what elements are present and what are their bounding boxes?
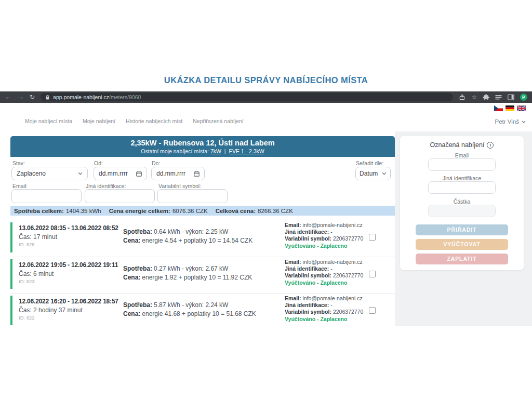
nav-item-historie[interactable]: Historie nabíjecích míst bbox=[126, 118, 182, 124]
flag-english-icon[interactable] bbox=[517, 105, 526, 111]
session-checkbox[interactable] bbox=[369, 271, 376, 277]
chevron-down-icon bbox=[382, 172, 387, 175]
session-checkbox[interactable] bbox=[369, 234, 376, 241]
share-icon[interactable] bbox=[459, 94, 466, 101]
status-bar-accent bbox=[10, 259, 12, 289]
session-duration: Čas: 2 hodiny 37 minut bbox=[19, 307, 83, 314]
date-to-input[interactable]: dd.mm.rrrr bbox=[151, 167, 205, 180]
slide-title: UKÁZKA DETAILU SPRÁVY NABÍJECÍHO MÍSTA bbox=[0, 75, 532, 85]
session-price: Cena:energie 1.92 + poplatky 10 = 11.92 … bbox=[123, 273, 252, 282]
address-bar[interactable]: app.pomale-nabijeni.cz/meters/9060 bbox=[41, 93, 453, 101]
session-status: Vyúčtováno - Zaplaceno bbox=[285, 316, 363, 323]
summary-consumption: Spotřeba celkem:1404.35 kWh bbox=[14, 208, 101, 214]
nav-item-neprirazena[interactable]: Nepřiřazená nabíjení bbox=[193, 118, 243, 124]
pay-button[interactable]: ZAPLATIT bbox=[416, 254, 508, 264]
flag-czech-icon[interactable] bbox=[494, 105, 503, 111]
other-meter-link-2[interactable]: FVE 1 - 2.3kW bbox=[229, 148, 264, 154]
session-id: ID: 622 bbox=[19, 315, 35, 321]
back-icon[interactable]: ← bbox=[5, 91, 11, 103]
panel-title: Označená nabíjení i bbox=[400, 141, 524, 149]
email-filter-input[interactable] bbox=[11, 189, 82, 203]
link-separator: | bbox=[224, 148, 226, 154]
other-meter-link-1[interactable]: 7kW bbox=[210, 148, 221, 154]
bookmark-star-icon[interactable]: ☆ bbox=[471, 91, 477, 103]
reading-list-icon[interactable] bbox=[495, 94, 502, 100]
app-navbar: Moje nabíjecí místa Moje nabíjení Histor… bbox=[0, 103, 532, 132]
calendar-icon[interactable] bbox=[136, 171, 142, 177]
status-bar-accent bbox=[10, 296, 12, 325]
other-id-filter-label: Jiná identifikace: bbox=[86, 183, 126, 189]
session-period: 13.06.2022 08:35 - 13.06.2022 08:52 bbox=[19, 224, 118, 232]
session-consumption: Spotřeba:5.87 kWh - výkon: 2.24 kW bbox=[123, 301, 256, 310]
session-vs: Variabilní symbol:2206372770 bbox=[285, 309, 363, 315]
sort-select[interactable]: Datum bbox=[355, 167, 391, 180]
session-period: 12.06.2022 19:05 - 12.06.2022 19:11 bbox=[19, 261, 118, 269]
sort-select-value: Datum bbox=[360, 170, 378, 177]
session-metrics: Spotřeba:0.64 kWh - výkon: 2.25 kW Cena:… bbox=[123, 228, 252, 245]
flag-german-icon[interactable] bbox=[506, 105, 514, 111]
email-filter-label: Email: bbox=[12, 183, 28, 189]
sort-label: Seřadit dle: bbox=[356, 160, 383, 166]
marked-sessions-panel: Označená nabíjení i Email Jiná identifik… bbox=[400, 136, 524, 270]
lock-icon bbox=[45, 95, 50, 100]
nav-item-moje-nabijeni[interactable]: Moje nabíjení bbox=[83, 118, 115, 124]
side-panel-icon[interactable] bbox=[508, 94, 514, 100]
nav-item-moje-nabijeci-mista[interactable]: Moje nabíjecí místa bbox=[25, 118, 72, 124]
browser-toolbar: ← → ↻ app.pomale-nabijeni.cz/meters/9060… bbox=[0, 91, 532, 103]
session-other-id: Jiná identifikace:- bbox=[285, 229, 363, 235]
url-host: app.pomale-nabijeni.cz bbox=[53, 94, 109, 100]
date-from-placeholder: dd.mm.rrrr bbox=[99, 170, 128, 177]
profile-avatar[interactable]: P bbox=[520, 94, 527, 101]
date-to-label: Do: bbox=[152, 160, 160, 166]
other-meters-label: Ostatní moje nabíjecí místa: bbox=[141, 148, 209, 154]
session-id: ID: 626 bbox=[19, 242, 35, 247]
session-billing: Email:info@pomale-nabijeni.cz Jiná ident… bbox=[285, 295, 363, 323]
extensions-icon[interactable] bbox=[483, 94, 489, 101]
chevron-down-icon bbox=[522, 121, 526, 123]
info-icon[interactable]: i bbox=[487, 142, 494, 149]
date-to-placeholder: dd.mm.rrrr bbox=[156, 170, 185, 177]
chevron-down-icon bbox=[78, 172, 83, 175]
panel-amount-input[interactable] bbox=[428, 205, 496, 217]
session-status: Vyúčtováno - Zaplaceno bbox=[285, 243, 363, 249]
summary-energy-price: Cena energie celkem:6076.36 CZK bbox=[109, 208, 208, 214]
vs-filter-label: Variabilní symbol: bbox=[158, 183, 201, 189]
session-consumption: Spotřeba:0.64 kWh - výkon: 2.25 kW bbox=[123, 228, 252, 236]
session-other-id: Jiná identifikace:- bbox=[285, 265, 363, 272]
session-list: 13.06.2022 08:35 - 13.06.2022 08:52 Čas:… bbox=[10, 220, 395, 326]
session-checkbox[interactable] bbox=[369, 307, 376, 314]
reload-icon[interactable]: ↻ bbox=[30, 91, 35, 103]
session-email: Email:info@pomale-nabijeni.cz bbox=[285, 295, 363, 302]
forward-icon[interactable]: → bbox=[17, 91, 24, 103]
session-billing: Email:info@pomale-nabijeni.cz Jiná ident… bbox=[285, 222, 363, 249]
session-row: 12.06.2022 19:05 - 12.06.2022 19:11 Čas:… bbox=[10, 257, 395, 293]
page: UKÁZKA DETAILU SPRÁVY NABÍJECÍHO MÍSTA ←… bbox=[0, 0, 532, 399]
calendar-icon[interactable] bbox=[194, 171, 200, 177]
user-menu[interactable]: Petr Vinš bbox=[495, 118, 526, 125]
status-select[interactable]: Zaplaceno bbox=[11, 167, 88, 180]
nav-items: Moje nabíjecí místa Moje nabíjení Histor… bbox=[25, 118, 244, 124]
session-row: 12.06.2022 16:20 - 12.06.2022 18:57 Čas:… bbox=[10, 293, 395, 326]
session-price: Cena:energie 4.54 + poplatky 10 = 14.54 … bbox=[123, 236, 252, 245]
meter-title: 2,35kW - Rubensova 12, Ústí nad Labem bbox=[10, 136, 395, 147]
session-duration: Čas: 17 minut bbox=[19, 233, 57, 241]
session-vs: Variabilní symbol:2206372770 bbox=[285, 235, 363, 242]
other-id-filter-input[interactable] bbox=[85, 189, 155, 203]
session-status: Vyúčtováno - Zaplaceno bbox=[285, 280, 363, 286]
panel-email-input[interactable] bbox=[428, 158, 496, 171]
panel-email-label: Email bbox=[400, 152, 524, 158]
session-id: ID: 623 bbox=[19, 278, 35, 284]
session-consumption: Spotřeba:0.27 kWh - výkon: 2.67 kW bbox=[123, 264, 252, 273]
session-duration: Čas: 6 minut bbox=[19, 270, 54, 277]
panel-other-id-input[interactable] bbox=[428, 181, 496, 194]
date-from-input[interactable]: dd.mm.rrrr bbox=[94, 167, 147, 180]
url-text: app.pomale-nabijeni.cz/meters/9060 bbox=[53, 94, 141, 100]
session-other-id: Jiná identifikace:- bbox=[285, 302, 363, 309]
bill-button[interactable]: VYÚČTOVAT bbox=[416, 239, 508, 250]
assign-button[interactable]: PŘIŘADIT bbox=[416, 224, 508, 235]
meter-subtitle: Ostatní moje nabíjecí místa: 7kW | FVE 1… bbox=[10, 148, 395, 154]
summary-bar: Spotřeba celkem:1404.35 kWh Cena energie… bbox=[10, 206, 395, 216]
session-metrics: Spotřeba:5.87 kWh - výkon: 2.24 kW Cena:… bbox=[123, 301, 256, 318]
vs-filter-input[interactable] bbox=[157, 189, 228, 203]
session-row: 13.06.2022 08:35 - 13.06.2022 08:52 Čas:… bbox=[10, 220, 395, 257]
